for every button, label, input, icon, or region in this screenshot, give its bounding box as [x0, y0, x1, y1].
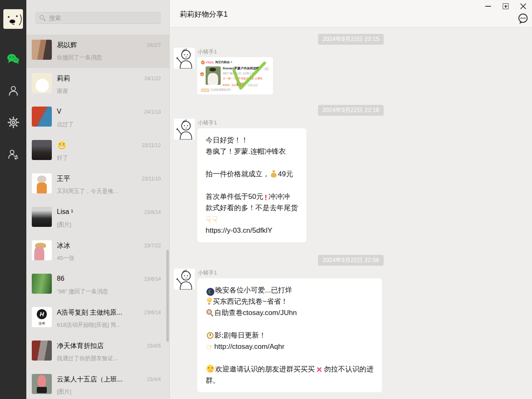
chat-list-item[interactable]: V24/1/13点过了 — [26, 102, 169, 135]
clock-emoji — [206, 332, 214, 339]
chat-item-time: 24/2/7 — [147, 42, 161, 48]
avatar — [32, 207, 52, 227]
maximize-button[interactable] — [497, 1, 514, 12]
chat-item-time: 23/6/14 — [144, 310, 161, 315]
sidebar-item-chats[interactable] — [7, 53, 20, 65]
chat-item-preview: 你撤回了一条消息 — [57, 54, 159, 61]
window-controls — [479, 1, 532, 12]
chat-item-title: 86 — [57, 275, 139, 282]
product-title: Roman|罗蒙户外休闲连帽 — [223, 66, 260, 71]
chat-item-preview: "86" 撤回了一条消息 — [57, 288, 159, 295]
chat-list-item[interactable]: Lisa ¹23/8/14[图片] — [26, 202, 169, 235]
chat-item-title: Lisa ¹ — [57, 208, 139, 216]
chat-list-item[interactable]: 云某人十五店（上班...23/4/4[图片] — [26, 369, 169, 399]
ellipsis-bubble-icon — [517, 13, 529, 25]
chat-item-time: 23/4/4 — [147, 376, 161, 382]
message-group: 小猪手1 FREE 淘宝内购会 > Roman|罗蒙户 — [174, 48, 273, 94]
chat-list-rows: 易以辉24/2/7你撤回了一条消息莉莉24/1/22谢谢V24/1/13点过了2… — [26, 35, 169, 399]
avatar — [32, 341, 52, 361]
avatar — [32, 107, 52, 127]
sender-name: 小猪手1 — [198, 48, 273, 55]
profile-avatar[interactable] — [3, 9, 23, 29]
chat-item-preview: 点过了 — [57, 121, 159, 128]
chat-item-title — [57, 141, 139, 150]
point-down-emoji — [212, 216, 218, 224]
chat-list-scrollbar[interactable] — [166, 250, 169, 342]
sender-avatar[interactable] — [174, 269, 195, 290]
chat-item-time: 23/11/10 — [142, 176, 161, 182]
chat-item-preview: 谢谢 — [57, 87, 159, 95]
message-bubble[interactable]: 晚安各位小可爱...已打烊买东西记先找卷~省省！自助查卷ctosay.com/J… — [197, 278, 382, 392]
chat-panel: 莉莉好物分享1 2024年9月22日 22:15 — [170, 0, 532, 399]
chat-item-title: A浩哥复刻 主做纯原... — [57, 308, 139, 317]
nav-sidebar — [0, 0, 26, 399]
stick-figure-avatar-image — [174, 269, 195, 290]
chat-item-time: 23/8/14 — [144, 209, 161, 215]
chat-item-preview: 45一张 — [57, 254, 159, 262]
chat-item-time: 23/6/14 — [144, 276, 161, 282]
chat-list-item[interactable]: 8623/6/14"86" 撤回了一条消息 — [26, 269, 169, 302]
sidebar-item-settings[interactable] — [7, 117, 20, 128]
chat-item-preview: 好了 — [57, 154, 159, 162]
sender-avatar[interactable] — [174, 48, 195, 69]
light-bulb-emoji — [206, 297, 212, 305]
chat-list-item[interactable]: 王平23/11/10又到周五了，今天是俺... — [26, 168, 169, 202]
chat-list-item[interactable]: 莉莉24/1/22谢谢 — [26, 68, 169, 102]
contacts-icon — [8, 85, 19, 96]
product-photo — [206, 66, 221, 85]
search-icon — [40, 15, 46, 21]
timestamp-pill: 2024年9月22日 22:15 — [318, 34, 384, 45]
avatar — [32, 140, 52, 160]
search-input[interactable] — [48, 14, 156, 22]
chat-list-item[interactable]: A浩哥复刻 主做纯原...23/6/14618活动开始啦[庆祝] 简... — [26, 302, 169, 335]
close-button[interactable] — [514, 1, 532, 12]
final-price: ¥49 — [237, 82, 244, 87]
chat-menu-button[interactable] — [516, 13, 530, 25]
orange-check-icon — [200, 72, 204, 76]
switch-account-icon — [8, 149, 19, 160]
close-icon — [520, 3, 527, 10]
chat-item-title: V — [57, 108, 139, 115]
bear-avatar-image — [3, 9, 23, 29]
red-cross-emoji — [316, 366, 323, 373]
avatar — [32, 374, 52, 394]
chat-item-title: 云某人十五店（上班... — [57, 375, 139, 384]
message-group: 小猪手1 今日好货！！卷疯了！罗蒙.连帽冲锋衣 拍一件价格就成立，49元 首次单… — [174, 119, 306, 242]
chat-list-item[interactable]: 净天体育折扣店23/4/5我通过了你的朋友验证... — [26, 335, 169, 369]
chat-item-title: 冰冰 — [57, 241, 139, 250]
chat-list-item[interactable]: 冰冰23/7/2245一张 — [26, 235, 169, 269]
chat-item-preview: 又到周五了，今天是俺... — [57, 188, 159, 195]
minimize-icon — [485, 6, 491, 7]
avatar — [32, 40, 52, 60]
chat-item-title: 王平 — [57, 175, 139, 183]
gear-icon — [8, 117, 19, 128]
covered-smile-emoji — [206, 365, 214, 373]
stick-figure-avatar-image — [174, 119, 195, 140]
avatar — [32, 73, 52, 93]
timestamp-pill: 2024年9月22日 22:16 — [318, 105, 384, 116]
sender-name: 小猪手1 — [198, 269, 382, 276]
chat-item-title: 易以辉 — [57, 41, 139, 50]
chat-item-time: 24/1/22 — [144, 76, 161, 81]
chat-item-preview: [图片] — [57, 388, 159, 396]
wechat-window: 易以辉24/2/7你撤回了一条消息莉莉24/1/22谢谢V24/1/13点过了2… — [0, 0, 532, 399]
message-bubble[interactable]: 今日好货！！卷疯了！罗蒙.连帽冲锋衣 拍一件价格就成立，49元 首次单件低于50… — [197, 128, 306, 242]
chat-item-title: 净天体育折扣店 — [57, 342, 139, 351]
money-bag-emoji — [270, 170, 277, 178]
timestamp-pill: 2024年9月22日 22:56 — [318, 255, 384, 266]
red-exclamation-emoji — [265, 192, 267, 203]
search-bar — [36, 12, 160, 24]
sender-avatar[interactable] — [174, 119, 195, 140]
minimize-button[interactable] — [479, 1, 497, 12]
free-badge: FREE — [206, 61, 214, 64]
chat-header: 莉莉好物分享1 — [170, 0, 532, 28]
avatar — [32, 307, 52, 327]
chat-item-time: 23/7/22 — [144, 243, 161, 249]
chat-item-preview: 我通过了你的朋友验证... — [57, 355, 159, 362]
image-message[interactable]: FREE 淘宝内购会 > Roman|罗蒙户外休闲连帽 ×1 — [197, 57, 273, 94]
sidebar-item-switch-account[interactable] — [7, 148, 20, 160]
sidebar-item-contacts[interactable] — [7, 85, 20, 97]
chat-list-item[interactable]: 23/11/12好了 — [26, 135, 169, 168]
avatar — [32, 274, 52, 294]
chat-list-item[interactable]: 易以辉24/2/7你撤回了一条消息 — [26, 35, 169, 68]
